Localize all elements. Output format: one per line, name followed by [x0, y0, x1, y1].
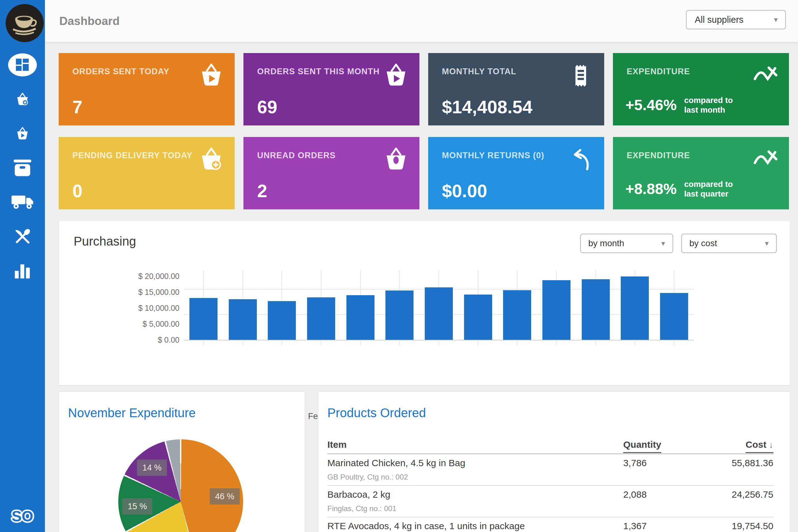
- measure-value: by cost: [689, 239, 717, 248]
- y-axis-tick-label: $ 0.00: [86, 335, 179, 344]
- stat-card-monthly-total[interactable]: MONTHLY TOTAL $14,408.54: [428, 53, 604, 126]
- bar-jun-16: [464, 294, 492, 340]
- stat-card-unread-orders[interactable]: UNREAD ORDERS 2: [243, 137, 419, 209]
- return-arrow-icon: [568, 146, 594, 173]
- stat-card-label: ORDERS SENT TODAY: [72, 67, 169, 76]
- stat-card-orders-sent-today[interactable]: ORDERS SENT TODAY 7: [59, 53, 235, 126]
- basket-send-icon: [198, 62, 224, 89]
- table-row-divider: [327, 485, 774, 486]
- sort-desc-icon: ↓: [769, 440, 773, 450]
- storage-box-icon: [12, 158, 33, 179]
- stat-card-expenditure[interactable]: EXPENDITURE +8.88% compared to last quar…: [613, 137, 789, 209]
- dashboard-grid-icon: [7, 53, 37, 79]
- stat-card-orders-sent-this-month[interactable]: ORDERS SENT THIS MONTH 69: [243, 53, 419, 126]
- product-item-cell: Marinated Chicken, 4.5 kg in Bag: [327, 458, 608, 468]
- basket-add-icon: [198, 146, 224, 173]
- stats-trend-icon: [753, 62, 778, 89]
- table-header-divider: [327, 453, 774, 454]
- truck-icon: [11, 193, 34, 212]
- sidebar-item-products[interactable]: [0, 151, 45, 186]
- pie-slice-label: 46 %: [210, 488, 240, 505]
- products-ordered-panel: Products Ordered Item Quantity Cost ↓ Ma…: [318, 392, 790, 532]
- group-by-select[interactable]: by month ▾: [580, 234, 673, 253]
- stat-card-expenditure[interactable]: EXPENDITURE +5.46% compared to last mont…: [613, 53, 789, 126]
- pie-slice-label: 15 %: [122, 498, 152, 514]
- bar-oct-16: [621, 277, 649, 340]
- bar-aug-16: [543, 280, 570, 340]
- bar-jul-16: [503, 290, 531, 340]
- y-axis-tick-label: $ 15,000.00: [86, 287, 179, 297]
- so-logo-text: SO: [12, 508, 33, 525]
- bar-jan-16: [268, 301, 296, 340]
- stat-card-monthly-returns-0[interactable]: MONTHLY RETURNS (0) $0.00: [428, 137, 604, 209]
- coffee-cup-logo[interactable]: [5, 3, 44, 43]
- sidebar-item-reports[interactable]: [0, 254, 45, 289]
- november-expenditure-title: November Expenditure: [68, 406, 196, 420]
- sidebar-item-catering[interactable]: [0, 220, 45, 254]
- sidebar-item-new-order[interactable]: [0, 83, 45, 117]
- page-title: Dashboard: [59, 15, 119, 28]
- sidebar-item-sent-orders[interactable]: [0, 117, 45, 151]
- product-item-cell: RTE Avocados, 4 kg in case, 1 units in p…: [327, 521, 608, 531]
- stat-card-label: EXPENDITURE: [627, 67, 690, 76]
- y-axis-tick-label: $ 10,000.00: [86, 303, 179, 312]
- stat-card-value: 0: [72, 180, 82, 201]
- stats-trend-icon: [753, 146, 778, 173]
- sidebar-item-deliveries[interactable]: [0, 186, 45, 220]
- table-row-divider: [327, 517, 774, 517]
- stat-card-value: 7: [72, 96, 82, 117]
- product-quantity-cell: 1,367: [623, 521, 647, 531]
- chevron-down-icon: ▾: [765, 239, 769, 248]
- purchasing-panel: Purchasing by month ▾ by cost ▾ $ 20,000…: [59, 220, 790, 385]
- stat-card-label: UNREAD ORDERS: [257, 151, 336, 160]
- basket-add-icon: [15, 92, 30, 108]
- stat-card-pending-delivery-today[interactable]: PENDING DELIVERY TODAY 0: [59, 137, 235, 209]
- basket-send-icon: [15, 126, 30, 142]
- bar-sep-16: [582, 279, 610, 340]
- stat-card-value: $14,408.54: [442, 96, 532, 117]
- measure-select[interactable]: by cost ▾: [681, 234, 777, 253]
- column-header-quantity[interactable]: Quantity: [623, 439, 661, 450]
- stat-card-label: MONTHLY TOTAL: [442, 67, 516, 76]
- sidebar: SO: [0, 0, 45, 532]
- dashboard-page: SO Dashboard All suppliers ▾ ORDERS SENT…: [0, 0, 798, 532]
- product-detail-cell: GB Poultry, Ctg no.: 002: [327, 473, 408, 481]
- cost-header-label: Cost: [745, 439, 766, 450]
- receipt-icon: [568, 62, 594, 89]
- stat-card-label: PENDING DELIVERY TODAY: [72, 151, 193, 160]
- basket-icon: [383, 146, 409, 173]
- product-detail-cell: Finglas, Ctg no.: 001: [327, 504, 396, 513]
- product-cost-cell: 19,754.50: [680, 521, 773, 531]
- y-axis-tick-label: $ 20,000.00: [86, 271, 179, 281]
- stat-card-label: ORDERS SENT THIS MONTH: [257, 67, 380, 76]
- bar-nov-15: [189, 298, 217, 340]
- column-header-item[interactable]: Item: [327, 439, 347, 450]
- sidebar-item-dashboard[interactable]: [0, 49, 45, 83]
- november-expenditure-panel: November Expenditure 46 % 15 % 14 %: [59, 392, 305, 532]
- y-axis-tick-label: $ 5,000.00: [86, 319, 179, 328]
- bar-apr-16: [385, 290, 414, 340]
- stat-cards: ORDERS SENT TODAY 7ORDERS SENT THIS MONT…: [59, 53, 790, 209]
- purchasing-bar-chart: [184, 276, 694, 340]
- bar-nov-16: [660, 293, 688, 340]
- chevron-down-icon: ▾: [661, 239, 665, 248]
- so-footer-logo: SO: [4, 507, 41, 526]
- bar-may-16: [425, 287, 453, 340]
- stat-card-label: MONTHLY RETURNS (0): [442, 151, 544, 160]
- bar-mar-16: [346, 295, 375, 340]
- product-item-cell: Barbacoa, 2 kg: [327, 489, 608, 500]
- pie-slice-label: 14 %: [137, 460, 167, 476]
- coffee-cup-icon: [5, 3, 44, 43]
- stat-card-value: $0.00: [442, 180, 487, 201]
- stat-card-note: compared to last month: [684, 95, 733, 115]
- supplier-filter-value: All suppliers: [695, 15, 743, 25]
- cutlery-icon: [12, 226, 33, 248]
- supplier-filter-select[interactable]: All suppliers ▾: [686, 10, 786, 29]
- product-cost-cell: 24,256.75: [680, 489, 773, 500]
- stat-card-value: 69: [257, 96, 278, 117]
- stat-card-value: +5.46%: [625, 96, 677, 114]
- stat-card-label: EXPENDITURE: [627, 151, 690, 160]
- expenditure-pie-chart: [118, 439, 243, 532]
- column-header-cost[interactable]: Cost ↓: [680, 439, 773, 450]
- top-header: Dashboard All suppliers ▾: [45, 0, 798, 42]
